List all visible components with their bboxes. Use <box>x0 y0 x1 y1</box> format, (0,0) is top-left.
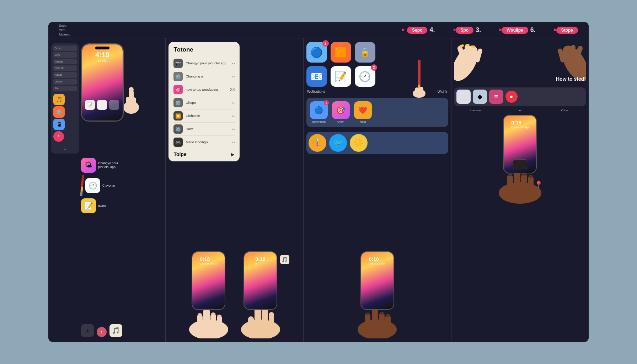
clock-label: Clavonar <box>102 184 115 187</box>
menu-item-5[interactable]: ⚙️ Hove ‹› <box>173 123 235 136</box>
up-arrow-icon: ↑ <box>97 327 107 337</box>
location-pin: 📍 <box>534 181 543 189</box>
menu-item-0[interactable]: 📷 Changyo pour plor olol app. ‹› <box>173 57 235 70</box>
svg-point-11 <box>198 313 202 316</box>
stylus-hand <box>408 60 430 104</box>
menu-item-1-text: Changing a <box>186 74 229 79</box>
svg-rect-7 <box>197 314 203 330</box>
menu-item-1[interactable]: ⚙️ Changing a ‹› <box>173 70 235 83</box>
svg-rect-9 <box>217 316 222 329</box>
floating-music-note: 🎵 <box>280 255 289 264</box>
sec4-app-4: ● <box>505 91 518 103</box>
phone-sm-screen-2: 0:18 8 <box>244 252 277 309</box>
menu-footer-label: Toipe <box>173 151 186 157</box>
svg-rect-29 <box>365 314 370 330</box>
svg-point-34 <box>380 312 384 315</box>
bw-sun: ☀️ <box>350 134 368 152</box>
label-widgets: Widrls <box>438 90 448 93</box>
app-icon-blue-circle: 🔵 2 <box>306 42 327 63</box>
menu-footer: Toipe ▶ <box>173 151 235 157</box>
svg-rect-8 <box>210 314 216 329</box>
menu-item-2-icon: 🎯 <box>173 85 183 94</box>
widget-icon-orange: ❤️ <box>354 101 372 119</box>
step-num-3: 3. <box>476 26 481 34</box>
menu-title: Totone <box>173 46 235 53</box>
menu-item-1-arrow: ‹› <box>232 74 235 79</box>
phone-hand-1: 0:18 Countr trunp <box>186 251 232 338</box>
phone-screen: 4:19 Ohelo 📝 <box>82 44 123 121</box>
app-icon-notes: 📝 <box>331 66 351 87</box>
music-bubbles: ♪ ↑ 🎵 <box>51 324 122 338</box>
menu-item-6[interactable]: 🎮 Mario Cholngo ‹› <box>173 136 235 149</box>
sec4-app-row-top: ⬜ ◆ ≡ ● <box>454 87 586 106</box>
column-1: Sepo Vem Maloelo Plato No Alcago Lellule… <box>48 38 165 342</box>
label-remote: t oersale <box>454 109 497 112</box>
menu-item-5-icon: ⚙️ <box>173 124 183 134</box>
phone-notch <box>95 47 109 49</box>
svg-rect-6 <box>203 308 210 330</box>
hand-svg-light-top <box>454 42 497 85</box>
weather-icons-col: 🌤 Changyo pour plor olol app. 🕐 Clavonar… <box>51 158 119 213</box>
menu-item-2[interactable]: 🎯 how to top poodgoing 23 <box>173 83 235 96</box>
app-icon-orange: 🟧 <box>331 42 351 63</box>
phone-sm-time-dark-2: 0:18 Countr trunp <box>511 120 529 129</box>
phone-app-2 <box>97 100 107 110</box>
step-badge-spo: Spo <box>456 27 474 34</box>
phone-hand-2: 0:18 8 🎵 <box>237 251 284 338</box>
sidebar-label-vem: Vem <box>59 28 79 32</box>
menu-item-5-text: Hove <box>186 127 229 131</box>
sec4-app-2: ◆ <box>473 90 487 104</box>
phone-sm-time-1: 0:18 Countr trunp <box>200 256 217 265</box>
menu-item-4-icon: ⏺️ <box>173 111 183 121</box>
notes-label: INaro <box>98 204 106 208</box>
menu-item-3[interactable]: ⚙️ Ohopo ‹› <box>173 96 235 109</box>
weather-icon-item: 🌤 Changyo pour plor olol app. <box>81 158 119 173</box>
main-phone: 4:19 Ohelo 📝 <box>81 43 124 122</box>
svg-point-57 <box>529 175 533 178</box>
widget-label-ohen: Ohen <box>337 120 344 123</box>
label-notifications: Woltcations <box>307 90 326 93</box>
step-badge-woulipe: Woulipe <box>502 27 528 34</box>
mini-phone-in-phone <box>513 159 527 169</box>
sidebar-item-0: Sepo <box>53 46 77 51</box>
phone-sm-dark-1: 0:10 Oinlo Lolbol <box>360 251 394 310</box>
weather-app-icon: 🌤 <box>81 158 96 173</box>
phone-sm-screen-1: 0:18 Countr trunp <box>192 252 225 309</box>
svg-rect-16 <box>262 307 268 330</box>
phone-sm-screen-dark-1: 0:10 Oinlo Lolbol <box>361 252 394 309</box>
column-4: How to sted! ⬜ ◆ ≡ ● t oersale t ou O lo… <box>451 38 589 342</box>
sidebar-item-2: Maloelo <box>53 59 77 65</box>
menu-item-6-arrow: ‹› <box>232 140 235 144</box>
main-container: Sepo Vem Maloelo Sepo 4. Spo 3. Woulipe … <box>48 22 589 342</box>
svg-rect-25 <box>415 87 419 95</box>
column-3: 🔵 2 🟧 🔒 📧 📝 � <box>303 38 451 342</box>
app-icons-section: 🔵 2 🟧 🔒 📧 📝 � <box>306 42 448 154</box>
menu-item-2-number: 23 <box>230 87 235 92</box>
clock-app-icon: 🕐 <box>85 178 100 193</box>
dark-hand-bottom: 📍 <box>493 173 547 205</box>
sidebar-label-sepo: Sepo <box>59 23 79 28</box>
notes-icon-item: 📝 INaro <box>81 198 119 213</box>
svg-rect-42 <box>465 44 470 47</box>
svg-rect-31 <box>385 315 391 329</box>
svg-rect-53 <box>528 176 534 192</box>
menu-item-4[interactable]: ⏺️ Olohotion ‹› <box>173 109 235 123</box>
menu-item-0-icon: 📷 <box>173 59 183 68</box>
menu-item-0-arrow: ‹› <box>232 61 235 65</box>
app-icon-email: 📧 <box>306 66 327 87</box>
arrow-4 <box>541 30 555 31</box>
music-note-icon: ♪ <box>81 324 94 337</box>
column-2: Totone 📷 Changyo pour plor olol app. ‹› … <box>165 38 303 342</box>
sidebar-item-3: Plato No <box>53 65 77 71</box>
sidebar-app-music: 🎵 <box>53 94 65 105</box>
sidebar-item-4: Alcago <box>53 72 77 78</box>
step-group-1: Sepo Vem Maloelo Sepo <box>59 23 427 37</box>
phone-sm-time-dark-1: 0:10 Oinlo Lolbol <box>369 256 386 265</box>
clock-icon-item: 🕐 Clavonar <box>81 175 119 196</box>
sidebar-item-5: Lellule <box>53 79 77 85</box>
svg-point-12 <box>211 312 215 315</box>
menu-list-panel: Totone 📷 Changyo pour plor olol app. ‹› … <box>168 42 240 161</box>
label-oil: t ou <box>499 109 541 112</box>
phone-sm-2: 0:18 8 <box>243 251 277 310</box>
bottom-phone-group-col2: 0:18 Countr trunp <box>168 251 300 338</box>
